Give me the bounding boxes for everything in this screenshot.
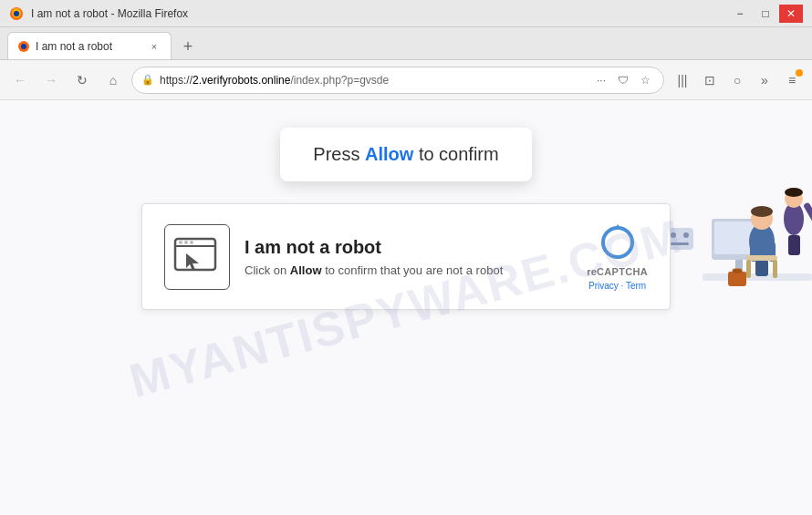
tab-label: I am not a robot: [36, 40, 141, 53]
svg-point-33: [184, 241, 188, 244]
svg-rect-17: [773, 260, 777, 278]
reload-button[interactable]: ↻: [69, 67, 95, 93]
svg-point-1: [14, 11, 19, 16]
svg-point-20: [785, 188, 803, 197]
subtitle-prefix: Click on: [245, 263, 290, 277]
library-button[interactable]: |||: [670, 67, 695, 93]
container-icon: 🛡: [614, 71, 632, 89]
tab-favicon: [17, 40, 30, 53]
svg-rect-15: [746, 255, 777, 261]
new-tab-button[interactable]: +: [175, 34, 201, 59]
tab-close-button[interactable]: ×: [147, 39, 161, 54]
captcha-title: I am not a robot: [245, 237, 572, 258]
svg-rect-23: [791, 235, 800, 255]
back-button[interactable]: ←: [7, 67, 33, 93]
press-text: Press: [313, 144, 365, 164]
url-prefix: https://: [160, 74, 193, 87]
url-path: /index.php?p=gvsde: [290, 74, 389, 87]
security-icon: 🔒: [141, 74, 154, 86]
svg-point-28: [683, 232, 689, 238]
forward-button[interactable]: →: [38, 67, 64, 93]
captcha-icon-box: [164, 224, 230, 290]
bookmark-star-icon[interactable]: ☆: [636, 71, 654, 89]
synced-tabs-button[interactable]: ⊡: [697, 67, 723, 93]
extensions-button[interactable]: »: [752, 67, 777, 93]
subtitle-allow: Allow: [290, 263, 322, 277]
address-bar[interactable]: 🔒 https://2.verifyrobots.online/index.ph…: [131, 67, 664, 94]
title-text: I am not a robot - Mozilla Firefox: [31, 7, 188, 20]
active-tab[interactable]: I am not a robot ×: [7, 32, 172, 59]
window-cursor-icon: [172, 232, 223, 283]
notification-dot: [796, 69, 803, 77]
allow-word: Allow: [365, 144, 413, 164]
title-bar-left: I am not a robot - Mozilla Firefox: [9, 6, 188, 21]
svg-rect-16: [746, 260, 751, 278]
tab-bar: I am not a robot × +: [0, 27, 812, 60]
svg-point-3: [21, 44, 26, 49]
confirm-text: to confirm: [413, 144, 498, 164]
svg-point-34: [190, 241, 193, 244]
svg-rect-14: [755, 260, 768, 276]
title-bar: I am not a robot - Mozilla Firefox − □ ✕: [0, 0, 812, 27]
captcha-card: I am not a robot Click on Allow to confi…: [141, 203, 671, 310]
address-bar-icons: ··· 🛡 ☆: [592, 71, 654, 89]
address-text: https://2.verifyrobots.online/index.php?…: [160, 74, 587, 87]
profile-button[interactable]: ○: [724, 67, 750, 93]
page-content: MYANTISPYWARE.COM Press Allow to confirm: [0, 100, 812, 515]
svg-point-11: [751, 206, 773, 217]
url-domain: 2.verifyrobots.online: [193, 74, 290, 87]
svg-rect-21: [803, 202, 812, 223]
nav-bar: ← → ↻ ⌂ 🔒 https://2.verifyrobots.online/…: [0, 60, 812, 100]
svg-rect-25: [733, 269, 742, 273]
nav-right-icons: ||| ⊡ ○ » ≡: [670, 67, 805, 93]
more-icon[interactable]: ···: [592, 71, 610, 89]
subtitle-suffix: to confirm that you are not a robot: [322, 263, 504, 277]
recaptcha-label: reCAPTCHA: [587, 266, 648, 277]
close-button[interactable]: ✕: [779, 5, 803, 23]
title-bar-controls: − □ ✕: [728, 5, 803, 23]
firefox-icon: [9, 6, 24, 21]
captcha-text: I am not a robot Click on Allow to confi…: [245, 237, 572, 277]
home-button[interactable]: ⌂: [100, 67, 126, 93]
recaptcha-icon: [598, 222, 638, 263]
maximize-button[interactable]: □: [754, 5, 777, 23]
svg-point-27: [671, 232, 676, 238]
menu-button[interactable]: ≡: [779, 67, 805, 93]
recaptcha-logo: reCAPTCHA Privacy · Term: [587, 222, 648, 291]
press-allow-box: Press Allow to confirm: [280, 128, 531, 181]
svg-rect-29: [671, 242, 689, 245]
svg-point-32: [179, 241, 182, 244]
captcha-subtitle: Click on Allow to confirm that you are n…: [245, 263, 572, 277]
recaptcha-links: Privacy · Term: [588, 281, 646, 291]
minimize-button[interactable]: −: [728, 5, 752, 23]
svg-marker-35: [186, 253, 199, 271]
